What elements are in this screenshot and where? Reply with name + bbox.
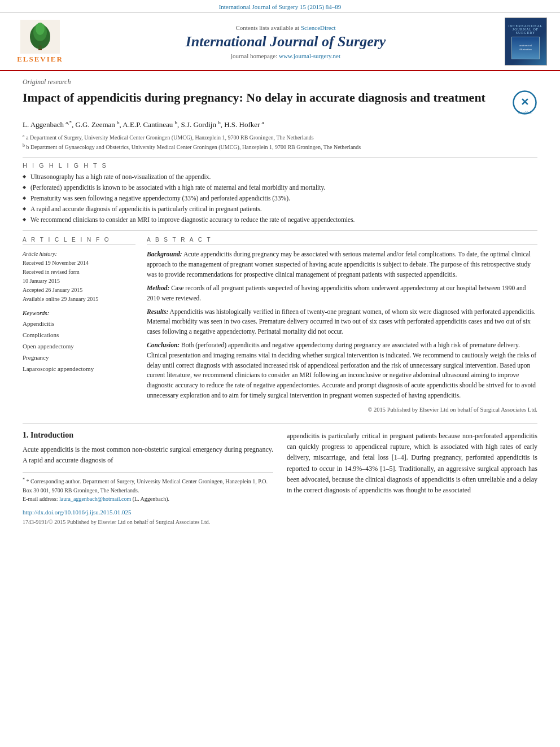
highlight-item-4: A rapid and accurate diagnosis of append…	[23, 204, 537, 213]
journal-citation-text: International Journal of Surgery 15 (201…	[219, 3, 342, 10]
svg-point-5	[38, 45, 42, 49]
abstract-conclusion: Conclusion: Both (perforated) appendicit…	[147, 340, 537, 401]
introduction-cols: 1. Introduction Acute appendicitis is th…	[23, 431, 537, 525]
highlights-list: Ultrasonography has a high rate of non-v…	[23, 172, 537, 224]
article-history: Article history: Received 19 November 20…	[23, 250, 135, 304]
email-footnote: E-mail address: laura_aggenbach@hotmail.…	[23, 495, 273, 503]
intro-left-col: 1. Introduction Acute appendicitis is th…	[23, 431, 273, 525]
method-label: Method:	[147, 285, 169, 291]
intro-left-para: Acute appendicitis is the most common no…	[23, 444, 273, 466]
highlights-title: H I G H L I G H T S	[23, 162, 537, 169]
journal-title: International Journal of Surgery	[78, 33, 493, 50]
footnote-area: * * Corresponding author. Department of …	[23, 473, 273, 503]
background-text: Acute appendicitis during pregnancy may …	[147, 251, 531, 278]
journal-cover-image: INTERNATIONALJOURNAL OFSURGERY anatomica…	[505, 18, 547, 65]
journal-name-center: Contents lists available at ScienceDirec…	[78, 24, 493, 59]
article-info-abstract-cols: A R T I C L E I N F O Article history: R…	[23, 237, 537, 414]
keyword-3: Open appendectomy	[23, 341, 135, 352]
abstract-method: Method: Case records of all pregnant pat…	[147, 283, 537, 304]
article-title-row: Impact of appendicitis during pregnancy:…	[23, 90, 537, 115]
background-label: Background:	[147, 251, 182, 257]
keyword-5: Laparoscopic appendectomy	[23, 364, 135, 375]
conclusion-label: Conclusion:	[147, 342, 180, 348]
article-title: Impact of appendicitis during pregnancy:…	[23, 90, 505, 106]
journal-citation-bar: International Journal of Surgery 15 (201…	[0, 0, 560, 13]
authors-line: L. Aggenbach a,*, G.G. Zeeman b, A.E.P. …	[23, 120, 537, 129]
elsevier-logo: ELSEVIER	[17, 20, 63, 64]
email-note: (L. Aggenbach).	[133, 496, 169, 502]
keywords-section: Keywords: Appendicitis Complications Ope…	[23, 309, 135, 374]
keywords-title: Keywords:	[23, 309, 135, 316]
affiliation-a: a a Department of Surgery, University Me…	[23, 133, 537, 142]
abstract-results: Results: Appendicitis was histologically…	[147, 307, 537, 337]
svg-point-4	[36, 23, 45, 35]
elsevier-wordmark: ELSEVIER	[17, 55, 63, 64]
abstract-text: Background: Acute appendicitis during pr…	[147, 250, 537, 414]
keyword-2: Complications	[23, 330, 135, 341]
keywords-list: Appendicitis Complications Open appendec…	[23, 318, 135, 374]
highlights-section: H I G H L I G H T S Ultrasonography has …	[23, 157, 537, 231]
doi-link[interactable]: http://dx.doi.org/10.1016/j.ijsu.2015.01…	[23, 509, 132, 516]
article-info-label: A R T I C L E I N F O	[23, 237, 135, 245]
highlight-item-1: Ultrasonography has a high rate of non-v…	[23, 172, 537, 181]
accepted-date: Accepted 26 January 2015	[23, 286, 135, 295]
conclusion-text: Both (perforated) appendicitis and negat…	[147, 342, 536, 399]
intro-title: 1. Introduction	[23, 431, 273, 440]
abstract-label: A B S T R A C T	[147, 237, 537, 245]
article-content: Original research Impact of appendicitis…	[0, 71, 560, 525]
abstract-background: Background: Acute appendicitis during pr…	[147, 250, 537, 279]
svg-text:✕: ✕	[520, 97, 529, 108]
received-date: Received 19 November 2014	[23, 259, 135, 268]
doi-area: http://dx.doi.org/10.1016/j.ijsu.2015.01…	[23, 508, 273, 517]
results-text: Appendicitis was histologically verified…	[147, 308, 536, 335]
highlight-item-3: Prematurity was seen following a negativ…	[23, 194, 537, 203]
article-info-col: A R T I C L E I N F O Article history: R…	[23, 237, 135, 414]
intro-right-col: appendicitis is particularly critical in…	[287, 431, 537, 525]
journal-homepage: journal homepage: www.journal-surgery.ne…	[78, 53, 493, 59]
sciencedirect-label: Contents lists available at ScienceDirec…	[78, 24, 493, 31]
highlight-item-2: (Perforated) appendicitis is known to be…	[23, 183, 537, 192]
affiliation-b: b b Department of Gynaecology and Obstet…	[23, 142, 537, 151]
email-link[interactable]: laura_aggenbach@hotmail.com	[59, 496, 131, 502]
elsevier-logo-area: ELSEVIER	[9, 20, 71, 64]
history-label: Article history:	[23, 250, 135, 259]
journal-homepage-link[interactable]: www.journal-surgery.net	[279, 53, 340, 59]
revised-date: 10 January 2015	[23, 277, 135, 286]
sciencedirect-link[interactable]: ScienceDirect	[301, 24, 336, 31]
results-label: Results:	[147, 308, 168, 315]
keyword-1: Appendicitis	[23, 318, 135, 330]
affiliations: a a Department of Surgery, University Me…	[23, 133, 537, 151]
intro-right-para: appendicitis is particularly critical in…	[287, 431, 537, 496]
svg-text:CrossMark: CrossMark	[518, 111, 532, 114]
crossmark-icon: ✕ CrossMark	[512, 90, 537, 115]
revised-label: Received in revised form	[23, 268, 135, 277]
copyright-line: © 2015 Published by Elsevier Ltd on beha…	[147, 405, 537, 414]
available-online: Available online 29 January 2015	[23, 295, 135, 304]
article-type: Original research	[23, 78, 537, 86]
abstract-col: A B S T R A C T Background: Acute append…	[147, 237, 537, 414]
introduction-section: 1. Introduction Acute appendicitis is th…	[23, 423, 537, 525]
journal-cover-area: INTERNATIONALJOURNAL OFSURGERY anatomica…	[500, 18, 551, 65]
journal-header: ELSEVIER Contents lists available at Sci…	[0, 13, 560, 71]
email-label: E-mail address:	[23, 496, 58, 502]
intro-left-text: Acute appendicitis is the most common no…	[23, 444, 273, 466]
page: International Journal of Surgery 15 (201…	[0, 0, 560, 747]
intro-right-text: appendicitis is particularly critical in…	[287, 431, 537, 496]
highlight-item-5: We recommend clinicians to consider an M…	[23, 215, 537, 224]
elsevier-tree-icon	[20, 20, 60, 54]
method-text: Case records of all pregnant patients su…	[147, 285, 526, 302]
corresponding-author: * * Corresponding author. Department of …	[23, 477, 273, 494]
keyword-4: Pregnancy	[23, 352, 135, 364]
issn-text: 1743-9191/© 2015 Published by Elsevier L…	[23, 519, 273, 525]
